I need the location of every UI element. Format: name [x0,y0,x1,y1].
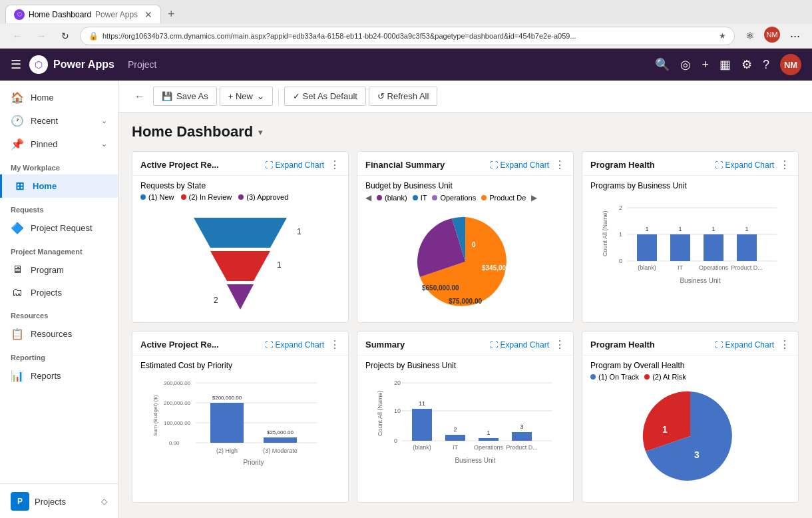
sidebar-item-projects[interactable]: 🗂 Projects [0,281,118,304]
url-bar[interactable]: 🔒 https://org10634b73.crm.dynamics.com/m… [80,27,735,45]
legend-dot-it [413,195,418,200]
help-icon[interactable]: ? [763,58,769,72]
expand-chart4-icon: ⛶ [265,340,273,350]
chart5-more-btn[interactable]: ⋮ [554,338,565,351]
chart3-more-btn[interactable]: ⋮ [779,158,790,171]
expand-chart1-icon: ⛶ [265,160,273,170]
settings-icon[interactable]: ⚙ [741,57,752,72]
tab-close-btn[interactable]: ✕ [144,9,152,20]
svg-text:1: 1 [487,429,490,436]
refresh-all-button[interactable]: ↺ Refresh All [369,87,437,106]
svg-text:0: 0 [472,241,476,248]
svg-text:Operations: Operations [699,264,729,271]
chart6-expand-label: Expand Chart [725,340,774,350]
chart1-more-btn[interactable]: ⋮ [329,158,340,171]
svg-text:1: 1 [711,226,715,232]
pie-legend-2: (1) On Track (2) At Risk [590,373,790,381]
svg-text:$650,000.00: $650,000.00 [422,284,459,292]
new-chevron-icon: ⌄ [257,91,264,101]
chart3-body: Programs by Business Unit Count All (Nam… [582,176,798,322]
new-tab-btn[interactable]: + [164,6,179,23]
chart2-more-btn[interactable]: ⋮ [554,158,565,171]
legend-review: (2) In Review [181,193,232,201]
app-module: Project [128,59,157,70]
forward-nav-btn[interactable]: → [32,27,51,45]
svg-text:(blank): (blank) [413,444,431,451]
recent-icon: 🕐 [11,115,24,127]
sidebar-home-label: Home [31,93,54,103]
pie-svg-wrapper-2: 3 1 [590,385,790,488]
pie-legend-right-arrow[interactable]: ▶ [531,193,537,202]
sidebar-item-project-request[interactable]: 🔷 Project Request [0,216,118,240]
refresh-nav-btn[interactable]: ↻ [56,27,75,45]
chart-summary: Summary ⛶ Expand Chart ⋮ Projects by Bus… [357,331,574,503]
chart4-expand-btn[interactable]: ⛶ Expand Chart [265,340,324,350]
back-nav-btn[interactable]: ← [8,27,27,45]
profile-btn[interactable]: NM [764,27,780,43]
save-as-button[interactable]: 💾 Save As [153,87,217,106]
chart2-expand-btn[interactable]: ⛶ Expand Chart [490,160,549,170]
legend-dot-ops [432,195,437,200]
chart6-title: Program Health [590,340,715,350]
sidebar-reports-label: Reports [31,371,61,381]
sidebar-item-program[interactable]: 🖥 Program [0,258,118,281]
hamburger-menu[interactable]: ☰ [11,57,21,72]
svg-text:$25,000.00: $25,000.00 [267,429,294,435]
chart3-expand-btn[interactable]: ⛶ Expand Chart [715,160,774,170]
filter-icon[interactable]: ▦ [719,57,731,72]
app-name: Power Apps [53,59,114,71]
add-icon[interactable]: + [702,58,709,72]
svg-rect-23 [737,234,757,261]
legend-dot-product [481,195,487,200]
chart1-subtitle: Requests by State [140,181,340,190]
pie-legend-left-arrow[interactable]: ◀ [365,193,371,202]
svg-text:Operations: Operations [474,444,504,451]
svg-rect-17 [637,234,657,261]
user-avatar[interactable]: NM [780,54,801,75]
chart6-more-btn[interactable]: ⋮ [779,338,790,351]
chart4-body: Estimated Cost by Priority Sum (Budget) … [132,356,348,502]
app-logo: Power Apps [29,55,114,74]
funnel-container: Requests by State (1) New (2) In Review [140,181,340,317]
set-as-default-button[interactable]: ✓ Set As Default [284,87,366,106]
chart4-more-btn[interactable]: ⋮ [329,338,340,351]
sidebar-item-pinned[interactable]: 📌 Pinned ⌄ [0,132,118,156]
sidebar-item-resources[interactable]: 📋 Resources [0,322,118,346]
legend-dot-review [181,194,186,200]
chart6-expand-btn[interactable]: ⛶ Expand Chart [715,340,774,350]
legend-it-label: IT [421,194,427,202]
chart5-header: Summary ⛶ Expand Chart ⋮ [357,332,573,356]
active-tab[interactable]: Home Dashboard Power Apps ✕ [5,5,161,23]
legend-product: Product De [481,194,526,202]
svg-text:0: 0 [394,437,397,444]
chart5-expand-btn[interactable]: ⛶ Expand Chart [490,340,549,350]
menu-btn[interactable]: ⋯ [785,27,804,45]
extensions-btn[interactable]: ⚛ [740,27,759,45]
sidebar-item-recent[interactable]: 🕐 Recent ⌄ [0,109,118,132]
chart4-title: Active Project Re... [140,340,265,350]
dashboard-chevron-icon[interactable]: ▾ [258,127,263,137]
tab-bar: Home Dashboard Power Apps ✕ + [0,0,812,24]
sidebar-footer[interactable]: P Projects ◇ [0,483,118,518]
chart5-title: Summary [365,340,490,350]
pinned-chevron-icon: ⌄ [101,140,107,148]
target-icon[interactable]: ◎ [680,57,691,72]
toolbar: ← 💾 Save As + New ⌄ ✓ Set As Default ↺ R… [118,81,812,113]
chart1-expand-btn[interactable]: ⛶ Expand Chart [265,160,324,170]
back-button[interactable]: ← [129,88,150,105]
save-as-icon: 💾 [162,91,172,101]
pie-container-1: Budget by Business Unit ◀ (blank) [365,181,565,317]
sidebar-item-home-workplace[interactable]: ⊞ Home [0,174,118,198]
svg-text:1: 1 [745,226,748,232]
sidebar-home-workplace-label: Home [33,181,57,191]
legend-dot-approved [238,194,244,200]
svg-rect-41 [264,437,297,443]
sidebar-item-home[interactable]: 🏠 Home [0,86,118,109]
sidebar-item-reports[interactable]: 📊 Reports [0,364,118,388]
chart-active-project-re-1: Active Project Re... ⛶ Expand Chart ⋮ Re… [132,151,349,323]
svg-text:1: 1 [277,260,282,270]
search-icon[interactable]: 🔍 [655,57,670,72]
new-button[interactable]: + New ⌄ [220,87,273,106]
resources-section: Resources [0,304,118,322]
svg-text:0: 0 [619,258,622,264]
